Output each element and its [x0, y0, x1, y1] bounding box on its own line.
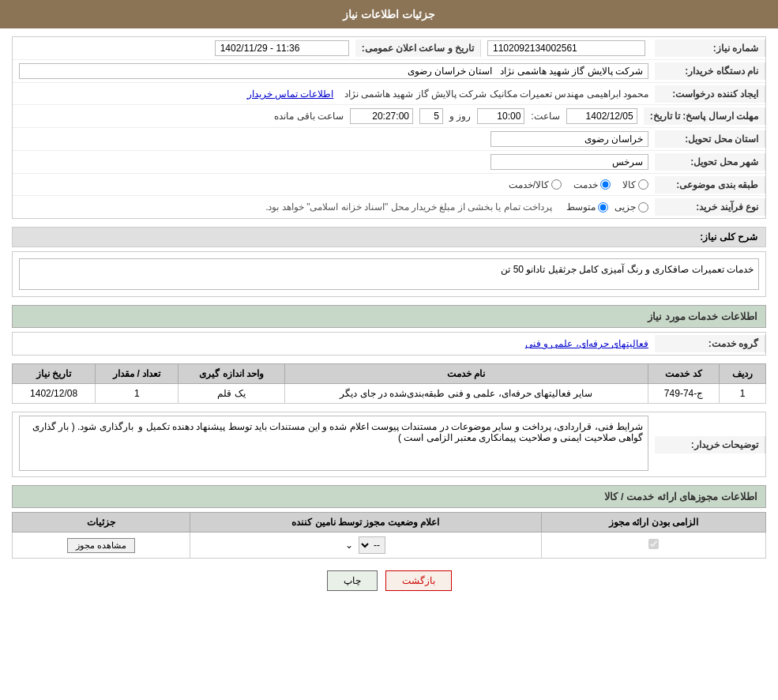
requester-contact-link[interactable]: اطلاعات تماس خریدار	[247, 88, 334, 100]
send-date-input[interactable]	[566, 108, 637, 124]
service-group-link[interactable]: فعالیتهای حرفه‌ای، علمی و فنی	[525, 338, 648, 349]
row-requester: ایجاد کننده درخواست: محمود ابراهیمی مهند…	[13, 83, 765, 105]
service-group-row: گروه خدمت: فعالیتهای حرفه‌ای، علمی و فنی	[12, 332, 766, 356]
send-deadline-label: مهلت ارسال پاسخ: تا تاریخ:	[644, 107, 765, 125]
cell-name: سایر فعالیتهای حرفه‌ای، علمی و فنی طبقه‌…	[284, 384, 648, 404]
category-radio-khedmat: خدمت	[573, 179, 611, 190]
requester-text: محمود ابراهیمی مهندس تعمیرات مکانیک شرکت…	[344, 88, 648, 100]
send-time-label: ساعت:	[531, 111, 559, 122]
row-send-deadline: مهلت ارسال پاسخ: تا تاریخ: ساعت: روز و س…	[13, 105, 765, 128]
th-date: تاریخ نیاز	[13, 364, 96, 384]
buyer-org-input[interactable]	[19, 63, 648, 79]
need-number-input[interactable]	[487, 40, 645, 56]
purchase-inline: جزیی متوسط پرداخت تمام یا بخشی از مبلغ خ…	[19, 201, 648, 213]
license-required-checkbox	[648, 539, 659, 549]
deadline-inline: ساعت: روز و ساعت باقی مانده	[19, 108, 637, 124]
radio-jozii[interactable]	[638, 202, 648, 213]
send-day-label: روز و	[449, 111, 471, 122]
category-value: کالا خدمت کالا/خدمت	[13, 176, 655, 194]
th-code: کد خدمت	[648, 364, 720, 384]
purchase-type-label: نوع فرآیند خرید:	[655, 198, 765, 216]
need-desc-title: شرح کلی نیاز:	[700, 231, 757, 243]
th-name: نام خدمت	[284, 364, 648, 384]
page-header: جزئیات اطلاعات نیاز	[0, 0, 778, 28]
announcement-date-value	[13, 37, 355, 59]
purchase-note: پرداخت تمام یا بخشی از مبلغ خریدار محل "…	[265, 201, 552, 213]
requester-label: ایجاد کننده درخواست:	[655, 85, 765, 103]
service-group: گروه خدمت: فعالیتهای حرفه‌ای، علمی و فنی	[13, 333, 765, 355]
purchase-radio-motavasset: متوسط	[566, 201, 608, 213]
need-desc-content: خدمات تعمیرات صافکاری و رنگ آمیزی کامل ج…	[12, 251, 766, 297]
category-radio-kala-khedmat: کالا/خدمت	[509, 179, 562, 190]
delivery-city-input[interactable]	[490, 154, 648, 170]
services-table-header-row: ردیف کد خدمت نام خدمت واحد اندازه گیری ت…	[13, 364, 766, 384]
delivery-city-label: شهر محل تحویل:	[655, 153, 765, 171]
services-section-title: اطلاعات خدمات مورد نیاز	[12, 305, 766, 328]
footer-buttons: بازگشت چاپ	[12, 570, 766, 591]
license-status-cell: -- ⌄	[190, 533, 541, 559]
table-row: 1 ج-74-749 سایر فعالیتهای حرفه‌ای، علمی …	[13, 384, 766, 404]
need-desc-box: خدمات تعمیرات صافکاری و رنگ آمیزی کامل ج…	[19, 258, 759, 290]
license-required-cell	[541, 533, 765, 559]
row-buyer-org: نام دستگاه خریدار:	[13, 60, 765, 83]
th-details: جزئیات	[13, 513, 190, 533]
page-title: جزئیات اطلاعات نیاز	[343, 8, 435, 21]
need-number-value	[481, 37, 655, 59]
category-radio-kala: کالا	[622, 179, 648, 190]
radio-khedmat-label: خدمت	[573, 179, 598, 190]
radio-kala[interactable]	[638, 179, 648, 190]
cell-row: 1	[720, 384, 766, 404]
row-need-number: شماره نیاز: تاریخ و ساعت اعلان عمومی:	[13, 37, 765, 60]
license-section-title: اطلاعات مجوزهای ارائه خدمت / کالا	[12, 485, 766, 508]
need-desc-header: شرح کلی نیاز:	[12, 227, 766, 247]
radio-motavasset-label: متوسط	[566, 201, 596, 213]
page-container: جزئیات اطلاعات نیاز شماره نیاز: تاریخ و …	[0, 0, 778, 700]
buyer-org-label: نام دستگاه خریدار:	[655, 62, 765, 80]
send-deadline-value: ساعت: روز و ساعت باقی مانده	[13, 105, 644, 127]
license-table-body: -- ⌄ مشاهده مجوز	[13, 533, 766, 559]
back-button[interactable]: بازگشت	[385, 570, 452, 591]
radio-jozii-label: جزیی	[615, 201, 636, 213]
buyer-notes-label: توضیحات خریدار:	[655, 436, 765, 453]
buyer-notes-row: توضیحات خریدار: شرایط فنی، قراردادی، پرد…	[13, 412, 765, 476]
category-label: طبقه بندی موضوعی:	[655, 176, 765, 194]
send-time-input[interactable]	[477, 108, 524, 124]
radio-motavasset[interactable]	[598, 202, 608, 213]
buyer-org-value	[13, 60, 655, 82]
license-section: اطلاعات مجوزهای ارائه خدمت / کالا الزامی…	[12, 485, 766, 559]
view-license-button[interactable]: مشاهده مجوز	[67, 538, 135, 553]
row-delivery-city: شهر محل تحویل:	[13, 151, 765, 174]
buyer-notes-form: توضیحات خریدار: شرایط فنی، قراردادی، پرد…	[12, 412, 766, 477]
row-purchase-type: نوع فرآیند خرید: جزیی متوسط پرداخت تمام …	[13, 196, 765, 218]
license-row: -- ⌄ مشاهده مجوز	[13, 533, 766, 559]
delivery-province-value	[13, 128, 655, 150]
purchase-type-value: جزیی متوسط پرداخت تمام یا بخشی از مبلغ خ…	[13, 198, 655, 216]
service-group-value: فعالیتهای حرفه‌ای، علمی و فنی	[13, 335, 655, 352]
th-status: اعلام وضعیت مجوز توسط نامین کننده	[190, 513, 541, 533]
radio-kala-khedmat[interactable]	[551, 179, 562, 190]
th-row: ردیف	[720, 364, 766, 384]
license-status-select[interactable]: --	[359, 536, 385, 554]
th-quantity: تعداد / مقدار	[96, 364, 179, 384]
category-radio-group: کالا خدمت کالا/خدمت	[19, 179, 648, 190]
delivery-province-input[interactable]	[490, 131, 648, 147]
radio-khedmat[interactable]	[600, 179, 611, 190]
cell-date: 1402/12/08	[13, 384, 96, 404]
print-button[interactable]: چاپ	[327, 570, 378, 591]
send-remain-input[interactable]	[350, 108, 413, 124]
content-area: شماره نیاز: تاریخ و ساعت اعلان عمومی: نا…	[0, 28, 778, 611]
row-delivery-province: استان محل تحویل:	[13, 128, 765, 151]
purchase-radio-jozii: جزیی	[615, 201, 648, 213]
radio-kala-khedmat-label: کالا/خدمت	[509, 179, 549, 190]
send-day-input[interactable]	[419, 108, 443, 124]
services-table: ردیف کد خدمت نام خدمت واحد اندازه گیری ت…	[12, 363, 766, 404]
license-header-row: الزامی بودن ارائه مجوز اعلام وضعیت مجوز …	[13, 513, 766, 533]
row-category: طبقه بندی موضوعی: کالا خدمت	[13, 174, 765, 196]
cell-unit: یک قلم	[179, 384, 285, 404]
service-group-label: گروه خدمت:	[655, 335, 765, 352]
license-table-head: الزامی بودن ارائه مجوز اعلام وضعیت مجوز …	[13, 513, 766, 533]
announcement-date-input[interactable]	[215, 40, 349, 56]
buyer-notes-value: شرایط فنی، قراردادی، پرداخت و سایر موضوع…	[13, 412, 655, 476]
requester-value: محمود ابراهیمی مهندس تعمیرات مکانیک شرکت…	[13, 85, 655, 103]
buyer-notes-textarea[interactable]: شرایط فنی، قراردادی، پرداخت و سایر موضوع…	[19, 416, 648, 471]
